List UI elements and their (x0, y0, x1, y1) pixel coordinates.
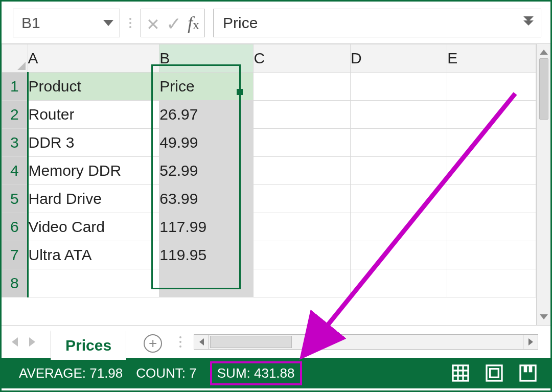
row-1: 1 Product Price (2, 73, 536, 101)
cell-D3[interactable] (350, 129, 447, 157)
insert-function-icon[interactable]: fx (188, 12, 199, 34)
sheet-tab-label: Prices (65, 337, 111, 354)
cell-C1[interactable] (254, 73, 350, 101)
column-header-E[interactable]: E (447, 44, 536, 73)
cell-D4[interactable] (350, 157, 447, 185)
cell-B5[interactable]: 63.99 (159, 185, 254, 213)
name-box-dropdown-icon[interactable] (103, 20, 113, 26)
cell-A6[interactable]: Video Card (28, 213, 159, 241)
cell-E1[interactable] (447, 73, 536, 101)
formula-value: Price (223, 14, 258, 32)
sheet-tab-bar: Prices + (2, 325, 550, 358)
cell-B1[interactable]: Price (159, 73, 254, 101)
vertical-scroll-track[interactable] (537, 57, 550, 312)
cell-C2[interactable] (254, 101, 350, 129)
row-header-1[interactable]: 1 (2, 73, 28, 101)
column-header-D[interactable]: D (350, 44, 447, 73)
spreadsheet-grid[interactable]: A B C D E 1 Product Price 2 Router 26.97 (2, 44, 536, 297)
svg-rect-0 (453, 365, 468, 381)
column-header-B[interactable]: B (159, 44, 254, 73)
cell-C3[interactable] (254, 129, 350, 157)
name-box[interactable]: B1 (13, 9, 120, 37)
status-average: AVERAGE: 71.98 (19, 365, 123, 381)
cell-D6[interactable] (350, 213, 447, 241)
row-header-4[interactable]: 4 (2, 157, 28, 185)
status-count: COUNT: 7 (136, 365, 196, 381)
page-layout-view-icon[interactable] (484, 363, 504, 383)
cell-C7[interactable] (254, 241, 350, 269)
scroll-right-button[interactable] (523, 334, 538, 350)
row-header-8[interactable]: 8 (2, 269, 28, 297)
expand-formula-bar-icon[interactable] (523, 20, 534, 26)
horizontal-scrollbar[interactable] (194, 334, 550, 350)
cell-A8[interactable] (28, 269, 159, 297)
row-header-7[interactable]: 7 (2, 241, 28, 269)
cell-B6[interactable]: 117.99 (159, 213, 254, 241)
name-box-value: B1 (21, 14, 40, 32)
cell-D1[interactable] (350, 73, 447, 101)
cell-D2[interactable] (350, 101, 447, 129)
cell-C5[interactable] (254, 185, 350, 213)
horizontal-scroll-thumb[interactable] (210, 336, 292, 348)
tab-navigation (12, 337, 51, 347)
formula-bar-splitter[interactable] (128, 18, 132, 28)
next-sheet-icon[interactable] (29, 337, 35, 347)
formula-input[interactable]: Price (213, 9, 541, 37)
cell-B7[interactable]: 119.95 (159, 241, 254, 269)
cell-A2[interactable]: Router (28, 101, 159, 129)
row-8: 8 (2, 269, 536, 297)
horizontal-scroll-track[interactable] (209, 334, 523, 350)
row-4: 4 Memory DDR 52.99 (2, 157, 536, 185)
row-header-5[interactable]: 5 (2, 185, 28, 213)
cell-B3[interactable]: 49.99 (159, 129, 254, 157)
formula-bar: B1 fx Price (2, 2, 550, 44)
cell-D7[interactable] (350, 241, 447, 269)
cell-C4[interactable] (254, 157, 350, 185)
prev-sheet-icon[interactable] (12, 337, 18, 347)
scroll-left-button[interactable] (194, 334, 209, 350)
grid[interactable]: A B C D E 1 Product Price 2 Router 26.97 (2, 44, 536, 325)
svg-rect-7 (520, 365, 536, 381)
cell-E7[interactable] (447, 241, 536, 269)
vertical-scroll-thumb[interactable] (539, 58, 548, 120)
cell-E5[interactable] (447, 185, 536, 213)
cell-C6[interactable] (254, 213, 350, 241)
cell-E4[interactable] (447, 157, 536, 185)
tab-bar-splitter[interactable] (179, 336, 181, 348)
cell-D8[interactable] (350, 269, 447, 297)
cell-A5[interactable]: Hard Drive (28, 185, 159, 213)
cell-A7[interactable]: Ultra ATA (28, 241, 159, 269)
row-header-2[interactable]: 2 (2, 101, 28, 129)
page-break-view-icon[interactable] (518, 363, 538, 383)
cell-E2[interactable] (447, 101, 536, 129)
cell-A3[interactable]: DDR 3 (28, 129, 159, 157)
row-header-3[interactable]: 3 (2, 129, 28, 157)
cell-E8[interactable] (447, 269, 536, 297)
scroll-down-button[interactable] (539, 312, 549, 322)
cancel-icon[interactable] (146, 12, 160, 35)
cell-C8[interactable] (254, 269, 350, 297)
column-header-row: A B C D E (2, 44, 536, 73)
cell-E6[interactable] (447, 213, 536, 241)
column-header-A[interactable]: A (28, 44, 159, 73)
cell-B4[interactable]: 52.99 (159, 157, 254, 185)
row-3: 3 DDR 3 49.99 (2, 129, 536, 157)
enter-icon[interactable] (166, 12, 181, 35)
svg-rect-8 (524, 365, 527, 372)
vertical-scrollbar[interactable] (536, 44, 550, 325)
row-6: 6 Video Card 117.99 (2, 213, 536, 241)
column-header-C[interactable]: C (254, 44, 350, 73)
cell-B8[interactable] (159, 269, 254, 297)
cell-A1[interactable]: Product (28, 73, 159, 101)
cell-D5[interactable] (350, 185, 447, 213)
select-all-corner[interactable] (2, 44, 28, 73)
row-header-6[interactable]: 6 (2, 213, 28, 241)
status-sum: SUM: 431.88 (210, 361, 302, 385)
add-sheet-button[interactable]: + (144, 334, 162, 353)
scroll-up-button[interactable] (539, 47, 549, 57)
cell-E3[interactable] (447, 129, 536, 157)
normal-view-icon[interactable] (450, 363, 471, 383)
sheet-tab-prices[interactable]: Prices (51, 330, 126, 360)
cell-A4[interactable]: Memory DDR (28, 157, 159, 185)
cell-B2[interactable]: 26.97 (159, 101, 254, 129)
